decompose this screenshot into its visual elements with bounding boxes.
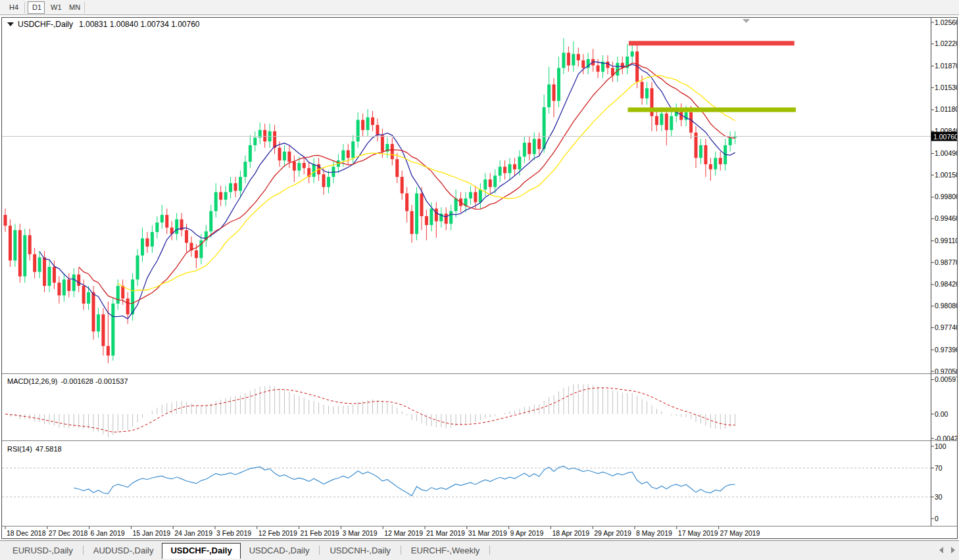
- candle-body: [175, 220, 178, 234]
- price-axis-label: 1.02560: [935, 18, 957, 26]
- candle-body: [704, 145, 707, 164]
- candle-body: [493, 175, 497, 187]
- tab-eurchf-weekly[interactable]: EURCHF-,Weekly: [403, 543, 489, 558]
- moving-averages-layer: [39, 62, 735, 319]
- candle-body: [195, 250, 198, 258]
- candle-body: [97, 314, 100, 331]
- chart-window[interactable]: 1.025601.022201.018701.015301.011801.008…: [1, 17, 958, 539]
- tab-usdcnh-daily[interactable]: USDCNH-,Daily: [321, 543, 399, 558]
- macd-label: MACD(12,26,9)-0.001628 -0.001537: [7, 377, 128, 385]
- candle-body: [13, 230, 16, 260]
- date-axis-label: 15 Jan 2019: [132, 529, 170, 537]
- candle-body: [371, 118, 374, 126]
- candle-body: [699, 145, 702, 158]
- candle-body: [528, 143, 531, 154]
- candle-body: [351, 141, 355, 158]
- date-axis-label: 31 Mar 2019: [468, 529, 507, 537]
- candle-body: [709, 164, 712, 170]
- candle-body: [239, 177, 242, 191]
- rsi-label: RSI(14)47.5818: [7, 445, 62, 453]
- candle-body: [415, 193, 418, 234]
- candle-body: [381, 135, 384, 152]
- candles-layer: [4, 38, 737, 363]
- candle-body: [297, 163, 301, 171]
- candle-body: [562, 53, 565, 68]
- scroll-right-icon[interactable]: [951, 547, 955, 553]
- candle-body: [597, 66, 600, 72]
- candle-body: [567, 53, 570, 65]
- candle-body: [209, 211, 212, 231]
- tab-eurusd-daily[interactable]: EURUSD-,Daily: [4, 543, 82, 558]
- candle-body: [131, 279, 134, 314]
- candle-body: [107, 346, 110, 355]
- price-chart[interactable]: 1.025601.022201.018701.015301.011801.008…: [2, 18, 957, 538]
- candle-body: [347, 151, 350, 158]
- candle-body: [43, 258, 46, 286]
- candle-body: [366, 118, 370, 130]
- price-axis-label: 0.99800: [935, 193, 957, 200]
- price-axis-label: 0.99460: [935, 214, 957, 222]
- candle-body: [33, 254, 36, 272]
- candle-body: [141, 239, 144, 256]
- candle-body: [557, 68, 560, 101]
- symbol-dropdown-icon[interactable]: [7, 22, 14, 26]
- timeframe-d1-button[interactable]: D1: [28, 1, 45, 14]
- candle-body: [303, 163, 306, 168]
- candle-body: [28, 235, 32, 254]
- candle-body: [273, 131, 276, 148]
- price-axis-label: 1.00150: [935, 171, 957, 179]
- tab-audusd-daily[interactable]: AUDUSD-,Daily: [85, 543, 162, 558]
- scroll-left-icon[interactable]: [939, 547, 943, 553]
- price-axis-label: 0.97390: [935, 346, 957, 354]
- candle-body: [243, 162, 247, 177]
- candle-body: [151, 232, 154, 246]
- rsi-axis-label: 100: [935, 442, 947, 450]
- tab-separator: [401, 546, 401, 555]
- support-bar: [627, 107, 795, 112]
- candle-body: [287, 152, 291, 162]
- timeframe-h4-button[interactable]: H4: [5, 1, 22, 14]
- candle-body: [435, 208, 438, 221]
- timeframe-mn-button[interactable]: MN: [64, 1, 82, 14]
- candle-body: [224, 192, 228, 200]
- candle-body: [508, 164, 512, 173]
- candle-body: [253, 137, 257, 145]
- candle-body: [77, 275, 80, 286]
- candle-body: [4, 215, 7, 225]
- candle-body: [48, 267, 51, 286]
- candle-body: [631, 51, 634, 57]
- price-axis-label: 0.98770: [935, 258, 957, 266]
- candle-body: [361, 120, 364, 129]
- candle-body: [499, 167, 502, 175]
- chart-shift-marker-icon[interactable]: [743, 19, 750, 23]
- chart-title: USDCHF-,Daily1.00831 1.00840 1.00734 1.0…: [18, 20, 200, 29]
- candle-body: [689, 112, 693, 133]
- candle-body: [645, 88, 649, 98]
- date-axis-label: 3 Mar 2019: [342, 529, 377, 537]
- candle-body: [57, 283, 61, 295]
- candle-body: [533, 139, 536, 154]
- toolbar-separator: [84, 2, 85, 13]
- timeframe-w1-button[interactable]: W1: [46, 1, 63, 14]
- candle-body: [719, 158, 722, 164]
- candle-body: [136, 256, 139, 280]
- candle-body: [405, 193, 408, 211]
- resistance-bar: [629, 41, 795, 45]
- candle-body: [655, 116, 658, 125]
- candle-body: [606, 62, 609, 68]
- candle-body: [312, 164, 316, 177]
- tab-usdcad-daily[interactable]: USDCAD-,Daily: [241, 543, 318, 558]
- candle-body: [665, 114, 668, 130]
- candle-body: [425, 216, 428, 225]
- date-axis-label: 12 Feb 2019: [258, 529, 297, 537]
- candle-body: [581, 60, 585, 68]
- price-axis-label: 0.98420: [935, 280, 957, 288]
- price-axis-label: 1.01870: [935, 62, 957, 70]
- candle-body: [67, 279, 70, 291]
- candle-body: [670, 116, 673, 130]
- price-axis-label: 1.02220: [935, 39, 957, 47]
- tab-usdchf-daily[interactable]: USDCHF-,Daily: [162, 543, 240, 559]
- price-axis-label: 0.97740: [935, 323, 957, 331]
- date-axis-label: 3 Feb 2019: [216, 529, 251, 537]
- candle-body: [72, 275, 76, 291]
